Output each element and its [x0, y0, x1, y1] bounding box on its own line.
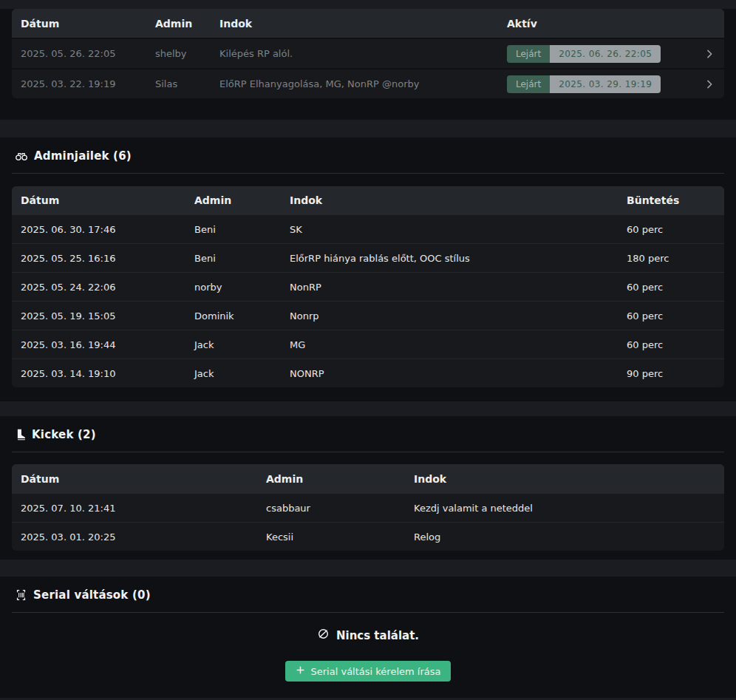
- jails-col-date: Dátum: [21, 194, 194, 206]
- jails-section-title: Adminjailek (6): [34, 149, 132, 163]
- ban-active-badges: Lejárt 2025. 06. 26. 22:05: [507, 45, 686, 63]
- boot-icon: [15, 429, 26, 441]
- empty-state: Nincs találat.: [0, 628, 736, 643]
- ban-circle-icon: [317, 628, 330, 643]
- jail-punishment: 60 perc: [627, 224, 715, 235]
- barcode-scan-icon: [15, 589, 27, 601]
- ban-reason: ElőRP Elhanyagolása, MG, NonRP @norby: [219, 78, 507, 89]
- table-row: 2025. 03. 14. 19:10 Jack NONRP 90 perc: [12, 359, 724, 387]
- jails-col-punishment: Büntetés: [627, 194, 715, 206]
- jail-date: 2025. 05. 19. 15:05: [21, 310, 194, 322]
- table-row: 2025. 03. 01. 20:25 Kecsii Relog: [12, 522, 724, 551]
- serials-section: Serial váltások (0) Nincs találat. Seria…: [0, 577, 736, 698]
- empty-state-text: Nincs találat.: [336, 629, 419, 642]
- serial-request-button-label: Serial váltási kérelem írása: [311, 666, 441, 677]
- bans-table-header: Dátum Admin Indok Aktív: [12, 9, 724, 38]
- jail-reason: MG: [290, 339, 627, 350]
- chevron-right-icon[interactable]: [703, 78, 715, 90]
- jail-date: 2025. 05. 25. 16:16: [21, 253, 194, 264]
- ban-date: 2025. 05. 26. 22:05: [21, 48, 155, 59]
- jail-date: 2025. 06. 30. 17:46: [21, 224, 194, 235]
- kicks-col-reason: Indok: [414, 473, 715, 485]
- bans-section: Dátum Admin Indok Aktív 2025. 05. 26. 22…: [0, 9, 736, 120]
- table-row: 2025. 03. 16. 19:44 Jack MG 60 perc: [12, 330, 724, 359]
- kicks-col-admin: Admin: [266, 473, 414, 485]
- table-row: 2025. 07. 10. 21:41 csabbaur Kezdj valam…: [12, 493, 724, 522]
- jail-punishment: 90 perc: [627, 368, 715, 379]
- kicks-table-header: Dátum Admin Indok: [12, 464, 724, 493]
- kicks-section-header: Kickek (2): [0, 416, 736, 444]
- kicks-col-date: Dátum: [21, 473, 266, 485]
- status-badge: Lejárt: [507, 75, 550, 93]
- jail-admin: norby: [194, 282, 290, 293]
- bans-table: Dátum Admin Indok Aktív 2025. 05. 26. 22…: [12, 9, 724, 98]
- divider: [12, 452, 724, 452]
- jails-section: Adminjailek (6) Dátum Admin Indok Büntet…: [0, 137, 736, 401]
- jail-punishment: 180 perc: [627, 253, 715, 264]
- table-row: 2025. 06. 30. 17:46 Beni SK 60 perc: [12, 214, 724, 243]
- divider: [12, 173, 724, 174]
- jail-punishment: 60 perc: [627, 282, 715, 293]
- kick-date: 2025. 07. 10. 21:41: [21, 503, 266, 514]
- jail-punishment: 60 perc: [627, 339, 715, 350]
- ban-reason: Kilépés RP alól.: [219, 48, 507, 59]
- jail-date: 2025. 05. 24. 22:06: [21, 282, 194, 293]
- kicks-table: Dátum Admin Indok 2025. 07. 10. 21:41 cs…: [12, 464, 724, 551]
- kicks-section-title: Kickek (2): [32, 428, 96, 441]
- expiry-badge: 2025. 06. 26. 22:05: [550, 45, 661, 63]
- jails-table: Dátum Admin Indok Büntetés 2025. 06. 30.…: [12, 186, 724, 387]
- kick-reason: Relog: [414, 531, 715, 543]
- ban-date: 2025. 03. 22. 19:19: [21, 78, 155, 89]
- table-row: 2025. 05. 19. 15:05 Dominik Nonrp 60 per…: [12, 301, 724, 330]
- kick-date: 2025. 03. 01. 20:25: [21, 531, 266, 543]
- jail-reason: Nonrp: [290, 310, 627, 322]
- serial-request-button[interactable]: Serial váltási kérelem írása: [285, 661, 452, 682]
- jails-section-header: Adminjailek (6): [0, 137, 736, 165]
- jail-date: 2025. 03. 16. 19:44: [21, 339, 194, 350]
- plus-icon: [296, 665, 305, 677]
- jail-admin: Jack: [194, 339, 290, 350]
- bans-col-active: Aktív: [507, 18, 686, 30]
- kick-admin: Kecsii: [266, 531, 414, 543]
- jails-col-reason: Indok: [290, 194, 627, 206]
- jail-punishment: 60 perc: [627, 310, 715, 322]
- serials-section-header: Serial váltások (0): [0, 577, 736, 604]
- handcuffs-icon: [15, 150, 28, 162]
- jail-admin: Dominik: [194, 310, 290, 322]
- status-badge: Lejárt: [507, 45, 550, 63]
- jails-table-header: Dátum Admin Indok Büntetés: [12, 186, 724, 214]
- bans-col-date: Dátum: [21, 18, 155, 30]
- divider: [12, 612, 724, 613]
- table-row[interactable]: 2025. 05. 26. 22:05 shelby Kilépés RP al…: [12, 38, 724, 68]
- jail-reason: NONRP: [290, 368, 627, 379]
- kick-reason: Kezdj valamit a neteddel: [414, 503, 715, 514]
- chevron-right-icon[interactable]: [703, 48, 715, 60]
- ban-active-badges: Lejárt 2025. 03. 29. 19:19: [507, 75, 686, 93]
- expiry-badge: 2025. 03. 29. 19:19: [550, 75, 661, 93]
- jail-admin: Beni: [194, 224, 290, 235]
- jail-reason: ElőrRP hiánya rablás előtt, OOC stílus: [290, 253, 627, 264]
- jail-admin: Beni: [194, 253, 290, 264]
- serials-section-title: Serial váltások (0): [33, 588, 151, 602]
- bans-col-admin: Admin: [155, 18, 219, 30]
- ban-admin: shelby: [155, 48, 219, 59]
- kick-admin: csabbaur: [266, 503, 414, 514]
- bans-col-reason: Indok: [219, 18, 507, 30]
- jail-reason: SK: [290, 224, 627, 235]
- jail-date: 2025. 03. 14. 19:10: [21, 368, 194, 379]
- kicks-section: Kickek (2) Dátum Admin Indok 2025. 07. 1…: [0, 416, 736, 560]
- jails-col-admin: Admin: [194, 194, 290, 206]
- ban-admin: Silas: [155, 78, 219, 89]
- jail-admin: Jack: [194, 368, 290, 379]
- table-row[interactable]: 2025. 03. 22. 19:19 Silas ElőRP Elhanyag…: [12, 68, 724, 98]
- table-row: 2025. 05. 25. 16:16 Beni ElőrRP hiánya r…: [12, 243, 724, 272]
- table-row: 2025. 05. 24. 22:06 norby NonRP 60 perc: [12, 272, 724, 301]
- jail-reason: NonRP: [290, 282, 627, 293]
